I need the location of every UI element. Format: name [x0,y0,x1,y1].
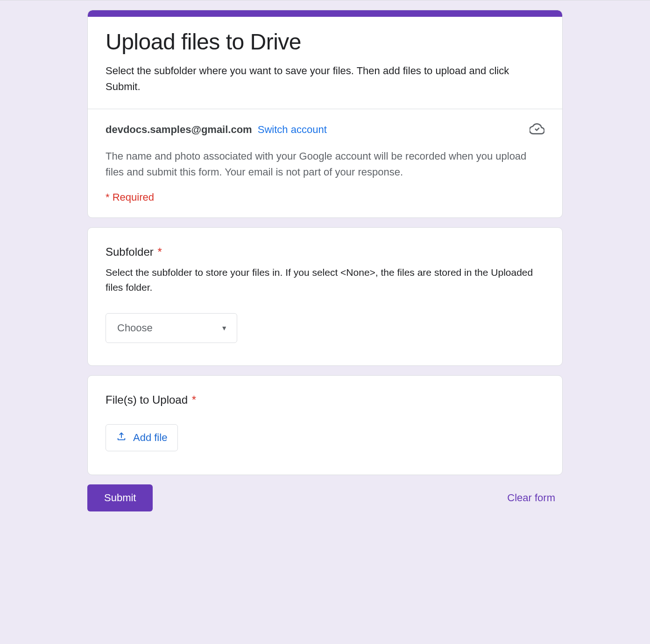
switch-account-link[interactable]: Switch account [258,124,327,135]
form-title: Upload files to Drive [106,29,544,55]
clear-form-link[interactable]: Clear form [500,487,563,509]
footer-row: Submit Clear form [87,484,563,511]
dropdown-placeholder: Choose [117,322,153,334]
account-email: devdocs.samples@gmail.com [106,124,252,135]
cloud-done-icon [530,121,544,138]
account-info: devdocs.samples@gmail.com Switch account [106,124,327,136]
accent-bar [88,10,562,17]
upload-title: File(s) to Upload * [106,393,544,406]
account-note: The name and photo associated with your … [106,148,544,180]
subfolder-description: Select the subfolder to store your files… [106,265,544,294]
upload-card: File(s) to Upload * Add file [87,375,563,475]
submit-button[interactable]: Submit [87,484,153,511]
chevron-down-icon: ▼ [221,324,227,332]
required-star: * [157,245,162,258]
upload-icon [116,431,127,444]
form-header-card: Upload files to Drive Select the subfold… [87,10,563,218]
required-star: * [192,393,196,406]
add-file-label: Add file [133,432,167,444]
add-file-button[interactable]: Add file [106,424,178,451]
subfolder-card: Subfolder * Select the subfolder to stor… [87,227,563,366]
subfolder-title: Subfolder * [106,245,544,259]
form-description: Select the subfolder where you want to s… [106,63,544,95]
subfolder-title-text: Subfolder [106,245,154,258]
subfolder-dropdown[interactable]: Choose ▼ [106,313,237,343]
required-note: * Required [106,191,544,203]
upload-title-text: File(s) to Upload [106,393,188,406]
